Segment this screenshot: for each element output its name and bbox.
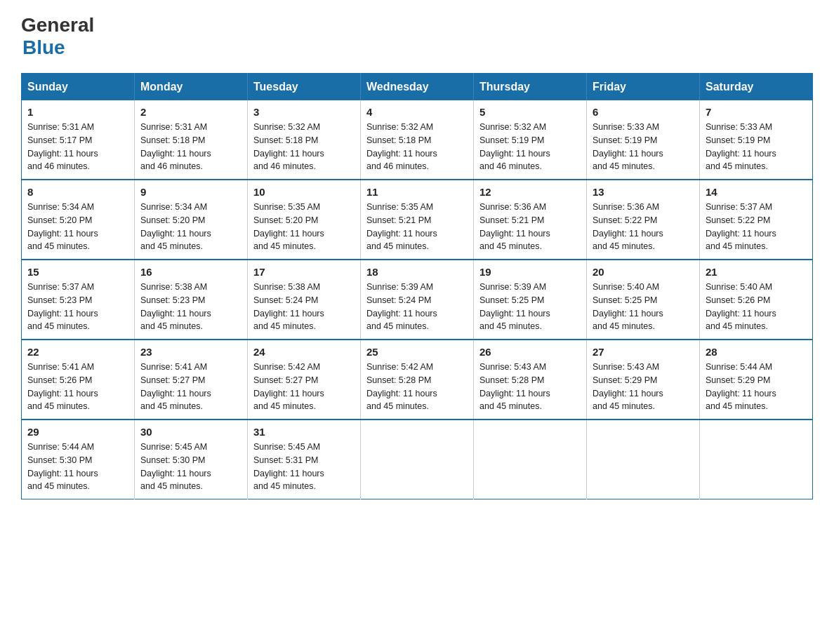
day-number: 10 [253,186,355,198]
day-number: 12 [479,186,581,198]
day-number: 1 [27,106,128,118]
day-number: 24 [253,346,355,358]
day-number: 14 [706,186,807,198]
calendar-week-row: 22 Sunrise: 5:41 AM Sunset: 5:26 PM Dayl… [22,340,813,420]
day-number: 17 [253,266,355,278]
day-info: Sunrise: 5:32 AM Sunset: 5:18 PM Dayligh… [253,121,355,173]
day-info: Sunrise: 5:38 AM Sunset: 5:23 PM Dayligh… [140,281,241,333]
day-info: Sunrise: 5:42 AM Sunset: 5:28 PM Dayligh… [366,361,468,413]
calendar-day-cell: 30 Sunrise: 5:45 AM Sunset: 5:30 PM Dayl… [135,420,248,499]
day-info: Sunrise: 5:34 AM Sunset: 5:20 PM Dayligh… [27,201,128,253]
calendar-day-cell: 18 Sunrise: 5:39 AM Sunset: 5:24 PM Dayl… [361,260,474,340]
day-info: Sunrise: 5:33 AM Sunset: 5:19 PM Dayligh… [593,121,694,173]
calendar-day-cell: 1 Sunrise: 5:31 AM Sunset: 5:17 PM Dayli… [22,100,135,180]
calendar-day-cell: 7 Sunrise: 5:33 AM Sunset: 5:19 PM Dayli… [700,100,813,180]
calendar-day-cell: 22 Sunrise: 5:41 AM Sunset: 5:26 PM Dayl… [22,340,135,420]
calendar-week-row: 15 Sunrise: 5:37 AM Sunset: 5:23 PM Dayl… [22,260,813,340]
calendar-day-cell: 13 Sunrise: 5:36 AM Sunset: 5:22 PM Dayl… [587,180,700,260]
day-info: Sunrise: 5:40 AM Sunset: 5:26 PM Dayligh… [706,281,807,333]
day-info: Sunrise: 5:39 AM Sunset: 5:25 PM Dayligh… [479,281,581,333]
day-info: Sunrise: 5:35 AM Sunset: 5:20 PM Dayligh… [253,201,355,253]
day-number: 2 [140,106,241,118]
day-number: 7 [706,106,807,118]
calendar-day-cell [361,420,474,499]
calendar-day-cell: 20 Sunrise: 5:40 AM Sunset: 5:25 PM Dayl… [587,260,700,340]
calendar-day-cell: 23 Sunrise: 5:41 AM Sunset: 5:27 PM Dayl… [135,340,248,420]
day-number: 26 [479,346,581,358]
day-number: 20 [593,266,694,278]
day-info: Sunrise: 5:43 AM Sunset: 5:28 PM Dayligh… [479,361,581,413]
day-info: Sunrise: 5:32 AM Sunset: 5:18 PM Dayligh… [366,121,468,173]
day-number: 27 [593,346,694,358]
calendar-day-cell: 14 Sunrise: 5:37 AM Sunset: 5:22 PM Dayl… [700,180,813,260]
calendar-day-cell: 2 Sunrise: 5:31 AM Sunset: 5:18 PM Dayli… [135,100,248,180]
day-number: 16 [140,266,241,278]
day-number: 13 [593,186,694,198]
day-info: Sunrise: 5:44 AM Sunset: 5:29 PM Dayligh… [706,361,807,413]
day-info: Sunrise: 5:36 AM Sunset: 5:22 PM Dayligh… [593,201,694,253]
day-number: 21 [706,266,807,278]
day-number: 3 [253,106,355,118]
calendar-week-row: 1 Sunrise: 5:31 AM Sunset: 5:17 PM Dayli… [22,100,813,180]
day-number: 31 [253,426,355,438]
day-of-week-header: Friday [587,74,700,101]
day-info: Sunrise: 5:45 AM Sunset: 5:31 PM Dayligh… [253,441,355,493]
day-info: Sunrise: 5:36 AM Sunset: 5:21 PM Dayligh… [479,201,581,253]
calendar-day-cell: 12 Sunrise: 5:36 AM Sunset: 5:21 PM Dayl… [474,180,587,260]
day-number: 8 [27,186,128,198]
day-info: Sunrise: 5:31 AM Sunset: 5:17 PM Dayligh… [27,121,128,173]
calendar-day-cell: 11 Sunrise: 5:35 AM Sunset: 5:21 PM Dayl… [361,180,474,260]
calendar-week-row: 29 Sunrise: 5:44 AM Sunset: 5:30 PM Dayl… [22,420,813,499]
day-of-week-header: Saturday [700,74,813,101]
day-info: Sunrise: 5:35 AM Sunset: 5:21 PM Dayligh… [366,201,468,253]
calendar-day-cell: 9 Sunrise: 5:34 AM Sunset: 5:20 PM Dayli… [135,180,248,260]
calendar-day-cell: 28 Sunrise: 5:44 AM Sunset: 5:29 PM Dayl… [700,340,813,420]
logo-general-text: General [21,14,94,36]
day-of-week-header: Tuesday [248,74,361,101]
day-info: Sunrise: 5:34 AM Sunset: 5:20 PM Dayligh… [140,201,241,253]
calendar-day-cell: 29 Sunrise: 5:44 AM Sunset: 5:30 PM Dayl… [22,420,135,499]
day-info: Sunrise: 5:39 AM Sunset: 5:24 PM Dayligh… [366,281,468,333]
day-number: 9 [140,186,241,198]
page-header: General Blue [21,14,813,59]
calendar-day-cell: 26 Sunrise: 5:43 AM Sunset: 5:28 PM Dayl… [474,340,587,420]
day-info: Sunrise: 5:43 AM Sunset: 5:29 PM Dayligh… [593,361,694,413]
day-number: 18 [366,266,468,278]
day-info: Sunrise: 5:31 AM Sunset: 5:18 PM Dayligh… [140,121,241,173]
calendar-day-cell: 16 Sunrise: 5:38 AM Sunset: 5:23 PM Dayl… [135,260,248,340]
day-number: 5 [479,106,581,118]
calendar-day-cell: 27 Sunrise: 5:43 AM Sunset: 5:29 PM Dayl… [587,340,700,420]
day-number: 19 [479,266,581,278]
day-number: 11 [366,186,468,198]
day-number: 6 [593,106,694,118]
day-info: Sunrise: 5:38 AM Sunset: 5:24 PM Dayligh… [253,281,355,333]
calendar-day-cell: 10 Sunrise: 5:35 AM Sunset: 5:20 PM Dayl… [248,180,361,260]
calendar-day-cell: 3 Sunrise: 5:32 AM Sunset: 5:18 PM Dayli… [248,100,361,180]
day-of-week-header: Sunday [22,74,135,101]
calendar-table: SundayMondayTuesdayWednesdayThursdayFrid… [21,73,813,499]
calendar-day-cell: 6 Sunrise: 5:33 AM Sunset: 5:19 PM Dayli… [587,100,700,180]
day-info: Sunrise: 5:42 AM Sunset: 5:27 PM Dayligh… [253,361,355,413]
day-number: 28 [706,346,807,358]
day-of-week-header: Wednesday [361,74,474,101]
calendar-day-cell [474,420,587,499]
day-info: Sunrise: 5:32 AM Sunset: 5:19 PM Dayligh… [479,121,581,173]
calendar-day-cell: 5 Sunrise: 5:32 AM Sunset: 5:19 PM Dayli… [474,100,587,180]
day-info: Sunrise: 5:45 AM Sunset: 5:30 PM Dayligh… [140,441,241,493]
day-number: 15 [27,266,128,278]
calendar-day-cell: 21 Sunrise: 5:40 AM Sunset: 5:26 PM Dayl… [700,260,813,340]
calendar-day-cell: 17 Sunrise: 5:38 AM Sunset: 5:24 PM Dayl… [248,260,361,340]
day-of-week-header: Thursday [474,74,587,101]
day-number: 22 [27,346,128,358]
calendar-body: 1 Sunrise: 5:31 AM Sunset: 5:17 PM Dayli… [22,100,813,499]
day-number: 30 [140,426,241,438]
calendar-day-cell: 15 Sunrise: 5:37 AM Sunset: 5:23 PM Dayl… [22,260,135,340]
day-info: Sunrise: 5:37 AM Sunset: 5:23 PM Dayligh… [27,281,128,333]
day-number: 29 [27,426,128,438]
logo: General Blue [21,14,94,59]
day-info: Sunrise: 5:44 AM Sunset: 5:30 PM Dayligh… [27,441,128,493]
calendar-day-cell: 24 Sunrise: 5:42 AM Sunset: 5:27 PM Dayl… [248,340,361,420]
calendar-week-row: 8 Sunrise: 5:34 AM Sunset: 5:20 PM Dayli… [22,180,813,260]
calendar-day-cell: 25 Sunrise: 5:42 AM Sunset: 5:28 PM Dayl… [361,340,474,420]
calendar-day-cell [700,420,813,499]
